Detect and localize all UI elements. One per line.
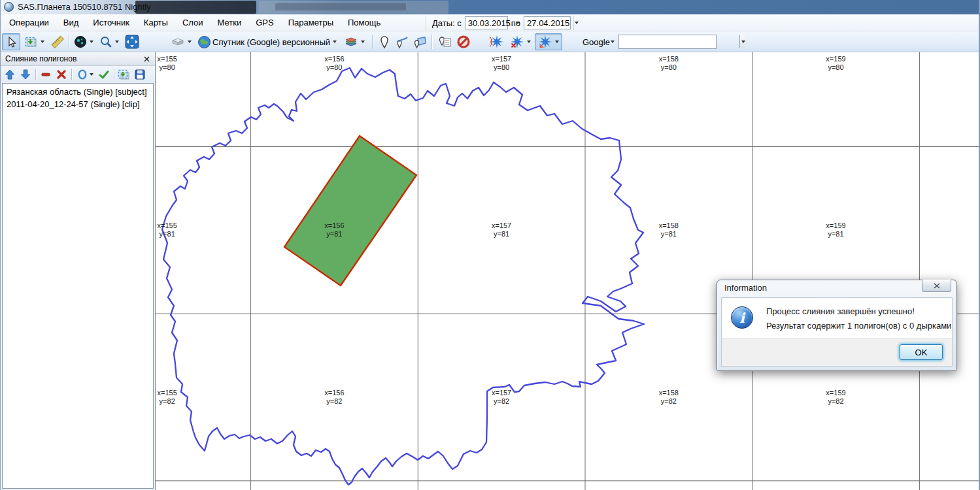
layers-button[interactable] xyxy=(341,33,368,50)
search-dropdown-button[interactable] xyxy=(739,35,745,48)
dark-map-button[interactable] xyxy=(71,33,96,50)
tile-label: x=158y=82 xyxy=(659,389,679,406)
dialog-body: i Процесс слияния завершён успешно! Резу… xyxy=(721,297,953,367)
panel-title: Слияние полигонов xyxy=(5,54,76,63)
map-viewport[interactable]: x=155y=80x=156y=80x=157y=80x=158y=80x=15… xyxy=(155,52,980,490)
chevron-down-icon[interactable] xyxy=(115,41,119,43)
clear-list-button[interactable] xyxy=(54,67,69,82)
dialog-message-line2: Результат содержит 1 полигон(ов) с 0 дыр… xyxy=(766,321,951,331)
merged-polygon xyxy=(284,136,416,286)
save-button[interactable] xyxy=(132,67,148,82)
merge-operation-button[interactable] xyxy=(74,67,96,82)
search-input[interactable] xyxy=(619,35,739,48)
search-combobox[interactable] xyxy=(618,35,717,49)
add-path-button[interactable] xyxy=(394,33,411,50)
cache-source-button[interactable] xyxy=(167,33,195,50)
gps-satellite-track-icon xyxy=(538,35,552,49)
polygon-list[interactable]: Рязанская область (Single) [subject]2011… xyxy=(2,83,154,489)
main-toolbar: Спутник (Google) версионный xyxy=(1,31,979,52)
menu-item-5[interactable]: Метки xyxy=(211,16,249,30)
earth-globe-icon xyxy=(197,35,211,49)
remove-item-button[interactable] xyxy=(38,67,54,82)
close-icon xyxy=(934,283,940,289)
selection-download-icon xyxy=(25,35,38,48)
hide-marks-button[interactable] xyxy=(454,33,473,50)
map-source-globe-button[interactable] xyxy=(195,33,212,50)
tile-label: x=157y=82 xyxy=(492,389,511,406)
toolbar-separator xyxy=(114,69,114,80)
gps-track-button[interactable] xyxy=(535,33,562,50)
add-polygon-button[interactable] xyxy=(411,33,428,50)
date-to-value: 27.04.2015 xyxy=(527,18,569,28)
gps-connect-button[interactable] xyxy=(488,33,506,50)
info-icon: i xyxy=(731,306,753,329)
selection-download-button[interactable] xyxy=(22,33,48,50)
title-bar[interactable]: SAS.Планета 150510.8751 Nightly xyxy=(1,0,979,14)
search-provider-label[interactable]: Google xyxy=(583,33,610,50)
menu-item-8[interactable]: Помощь xyxy=(341,16,388,30)
chevron-down-icon[interactable] xyxy=(90,73,93,76)
chevron-down-icon[interactable] xyxy=(361,41,365,43)
gps-satellite-off-icon xyxy=(510,35,524,49)
tile-label: x=156y=80 xyxy=(324,55,344,72)
tile-label: x=157y=81 xyxy=(492,221,511,238)
zoom-tool-button[interactable] xyxy=(97,33,122,50)
move-up-button[interactable] xyxy=(2,67,18,82)
tile-label: x=155y=81 xyxy=(158,221,177,238)
list-item-1[interactable]: 2011-04-20_12-24-57 (Single) [clip] xyxy=(3,98,153,110)
gps-disconnect-button[interactable] xyxy=(507,33,533,50)
polygon-icon xyxy=(413,35,426,49)
window-title: SAS.Планета 150510.8751 Nightly xyxy=(18,2,151,12)
placemark-icon xyxy=(379,35,390,49)
ok-button[interactable]: OK xyxy=(900,344,943,360)
search-provider-dropdown[interactable] xyxy=(607,33,617,50)
toolbar-separator xyxy=(431,35,432,49)
list-item-0[interactable]: Рязанская область (Single) [subject] xyxy=(3,86,153,98)
menu-item-6[interactable]: GPS xyxy=(248,16,280,30)
dialog-close-button[interactable] xyxy=(922,280,951,292)
panel-toolbar xyxy=(1,66,155,83)
chevron-down-icon[interactable] xyxy=(90,41,93,43)
selection-result-button[interactable] xyxy=(116,67,132,82)
date-to-label: по xyxy=(511,18,520,28)
map-source-dropdown[interactable] xyxy=(329,33,339,50)
chevron-down-icon xyxy=(575,22,579,24)
move-down-button[interactable] xyxy=(18,67,33,82)
menu-item-7[interactable]: Параметры xyxy=(281,16,341,30)
panel-close-button[interactable] xyxy=(141,54,152,64)
cache-icon xyxy=(171,35,185,48)
map-source-label[interactable]: Спутник (Google) версионный xyxy=(212,33,330,50)
date-from-value: 30.03.2015 xyxy=(468,18,511,28)
menu-item-2[interactable]: Источник xyxy=(86,16,137,30)
chevron-down-icon[interactable] xyxy=(188,41,192,43)
toolbar-separator xyxy=(71,69,72,80)
chevron-down-icon[interactable] xyxy=(527,41,531,43)
tile-label: x=157y=80 xyxy=(492,55,511,72)
forbidden-icon xyxy=(456,35,471,49)
magnifier-icon xyxy=(99,35,112,48)
application-window: SAS.Планета 150510.8751 Nightly Операции… xyxy=(0,0,980,490)
gps-satellite-signal-icon xyxy=(490,35,504,49)
tile-label: x=158y=80 xyxy=(659,55,679,72)
cursor-tool-button[interactable] xyxy=(2,33,20,50)
add-placemark-button[interactable] xyxy=(376,33,393,50)
selection-download-icon xyxy=(118,68,131,81)
placemark-manager-button[interactable] xyxy=(435,33,454,50)
chevron-down-icon[interactable] xyxy=(555,41,559,43)
toolbar-separator xyxy=(69,35,69,49)
apply-merge-button[interactable] xyxy=(96,67,112,82)
menu-item-3[interactable]: Карты xyxy=(137,16,175,30)
tile-label: x=159y=81 xyxy=(826,221,845,238)
date-from-combobox[interactable]: 30.03.2015 xyxy=(465,16,508,29)
layers-icon xyxy=(344,35,358,48)
chevron-down-icon[interactable] xyxy=(41,41,44,43)
toolbar-separator xyxy=(35,69,36,80)
date-to-combobox[interactable]: 27.04.2015 xyxy=(524,16,571,29)
ruler-tool-button[interactable] xyxy=(48,33,67,50)
fullscreen-button[interactable] xyxy=(123,33,141,50)
menu-item-4[interactable]: Слои xyxy=(175,16,211,30)
polygon-merge-panel: Слияние полигонов xyxy=(1,52,155,490)
menu-item-0[interactable]: Операции xyxy=(2,16,56,30)
menu-item-1[interactable]: Вид xyxy=(56,16,86,30)
panel-title-bar[interactable]: Слияние полигонов xyxy=(1,52,155,66)
